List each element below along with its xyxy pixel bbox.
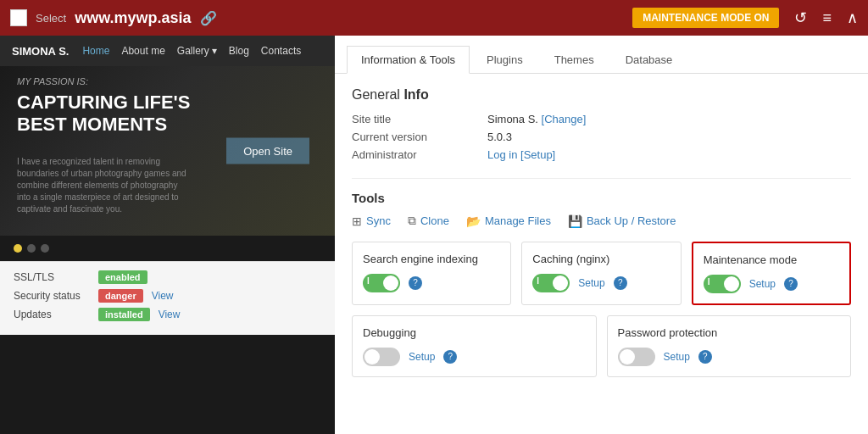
maintenance-mode-controls: I Setup ? [704, 275, 839, 293]
security-label: Security status [14, 290, 90, 302]
maintenance-mode-button[interactable]: MAINTENANCE MODE ON [632, 8, 779, 28]
top-bar: Select www.mywp.asia 🔗 MAINTENANCE MODE … [0, 0, 868, 36]
hero-desc: I have a recognized talent in removing b… [17, 156, 186, 215]
hero-tagline: MY PASSION IS: [17, 76, 318, 86]
maintenance-mode-card: Maintenance mode I Setup ? [692, 242, 851, 305]
select-checkbox[interactable] [10, 9, 27, 26]
security-row: Security status danger View [14, 289, 321, 303]
debugging-controls: Setup ? [363, 348, 586, 366]
caching-setup-link[interactable]: Setup [578, 277, 604, 289]
general-info-table: Site title Simona S. [Change] Current ve… [352, 113, 851, 161]
site-nav: SIMONA S. Home About me Gallery ▾ Blog C… [0, 36, 335, 66]
backup-restore-label: Back Up / Restore [587, 214, 676, 227]
tab-plugins[interactable]: Plugins [472, 46, 537, 73]
site-name: SIMONA S. [12, 45, 69, 58]
debugging-toggle-slider [363, 348, 400, 366]
administrator-val[interactable]: Log in [Setup] [487, 148, 555, 161]
manage-files-action[interactable]: 📂 Manage Files [466, 214, 551, 228]
nav-gallery[interactable]: Gallery ▾ [177, 45, 217, 57]
sync-action[interactable]: ⊞ Sync [352, 214, 391, 228]
link-icon[interactable]: 🔗 [200, 10, 217, 26]
nav-blog[interactable]: Blog [229, 45, 249, 57]
tools-title: Tools [352, 191, 851, 205]
password-protection-setup-link[interactable]: Setup [664, 351, 690, 363]
nav-about[interactable]: About me [121, 45, 164, 57]
right-panel: Information & Tools Plugins Themes Datab… [335, 36, 868, 434]
password-protection-toggle[interactable] [618, 348, 655, 366]
maintenance-setup-link[interactable]: Setup [749, 278, 776, 290]
debugging-toggle[interactable] [363, 348, 400, 366]
nav-home[interactable]: Home [82, 45, 109, 57]
search-engine-controls: I ? [363, 274, 500, 292]
select-label: Select [36, 12, 66, 25]
administrator-key: Administrator [352, 148, 487, 161]
feature-cards-bottom: Debugging Setup ? Password protection [352, 315, 851, 377]
security-view-link[interactable]: View [152, 290, 174, 302]
debugging-setup-link[interactable]: Setup [409, 351, 435, 363]
collapse-icon[interactable]: ∧ [847, 8, 858, 27]
backup-icon: 💾 [568, 214, 582, 228]
tab-themes[interactable]: Themes [540, 46, 609, 73]
manage-files-label: Manage Files [485, 214, 551, 227]
maintenance-help-icon[interactable]: ? [784, 277, 798, 291]
site-title-change[interactable]: [Change] [542, 113, 587, 125]
tools-actions: ⊞ Sync ⧉ Clone 📂 Manage Files 💾 Back Up … [352, 214, 851, 228]
general-info-title: General Info [352, 87, 851, 103]
administrator-row: Administrator Log in [Setup] [352, 148, 851, 161]
password-protection-help-icon[interactable]: ? [698, 350, 712, 364]
manage-files-icon: 📂 [466, 214, 481, 228]
backup-restore-action[interactable]: 💾 Back Up / Restore [568, 214, 676, 228]
feature-cards-top: Search engine indexing I ? Caching (ngin [352, 242, 851, 305]
site-title-val: Simona S. [Change] [487, 113, 586, 125]
caching-controls: I Setup ? [532, 274, 670, 292]
caching-help-icon[interactable]: ? [614, 276, 627, 290]
carousel-dot-1[interactable] [14, 244, 22, 253]
current-version-val: 5.0.3 [487, 131, 512, 143]
ssl-label: SSL/TLS [14, 271, 90, 283]
security-badge: danger [98, 289, 143, 303]
updates-row: Updates installed View [14, 308, 321, 321]
tab-database[interactable]: Database [611, 46, 687, 73]
caching-toggle-knob [553, 275, 568, 291]
main-layout: SIMONA S. Home About me Gallery ▾ Blog C… [0, 36, 868, 434]
site-title-row: Site title Simona S. [Change] [352, 113, 851, 125]
refresh-icon[interactable]: ↺ [794, 8, 807, 27]
debugging-help-icon[interactable]: ? [443, 350, 457, 364]
search-engine-title: Search engine indexing [363, 253, 500, 265]
sync-icon: ⊞ [352, 214, 362, 228]
caching-title: Caching (nginx) [532, 253, 670, 265]
updates-label: Updates [14, 309, 90, 320]
caching-toggle[interactable]: I [532, 274, 570, 292]
ssl-badge: enabled [98, 270, 147, 284]
carousel-dot-2[interactable] [27, 244, 36, 253]
content-area: General Info Site title Simona S. [Chang… [335, 74, 868, 391]
caching-toggle-slider: I [532, 274, 570, 292]
clone-label: Clone [420, 214, 449, 227]
current-version-key: Current version [352, 131, 487, 143]
carousel-dot-3[interactable] [41, 244, 49, 253]
search-engine-card: Search engine indexing I ? [352, 242, 511, 305]
maintenance-mode-toggle[interactable]: I [704, 275, 741, 293]
password-protection-toggle-knob [620, 349, 635, 364]
password-protection-controls: Setup ? [618, 348, 841, 366]
nav-contacts[interactable]: Contacts [261, 45, 301, 57]
tabs-bar: Information & Tools Plugins Themes Datab… [335, 36, 868, 74]
site-title-key: Site title [352, 113, 487, 125]
caching-card: Caching (nginx) I Setup ? [521, 242, 681, 305]
tab-information-tools[interactable]: Information & Tools [347, 46, 470, 74]
open-site-button[interactable]: Open Site [226, 138, 309, 164]
clone-action[interactable]: ⧉ Clone [408, 214, 449, 228]
updates-view-link[interactable]: View [159, 309, 181, 320]
password-protection-card: Password protection Setup ? [607, 315, 852, 377]
current-version-row: Current version 5.0.3 [352, 131, 851, 143]
maintenance-mode-toggle-slider: I [704, 275, 741, 293]
search-engine-toggle-slider: I [363, 274, 400, 292]
search-engine-help-icon[interactable]: ? [409, 276, 422, 290]
menu-icon[interactable]: ≡ [822, 9, 832, 27]
domain-label: www.mywp.asia [75, 9, 191, 27]
separator-1 [352, 178, 851, 179]
clone-icon: ⧉ [408, 214, 416, 228]
maintenance-mode-title: Maintenance mode [704, 253, 839, 266]
bottom-info: SSL/TLS enabled Security status danger V… [0, 261, 335, 335]
search-engine-toggle[interactable]: I [363, 274, 400, 292]
